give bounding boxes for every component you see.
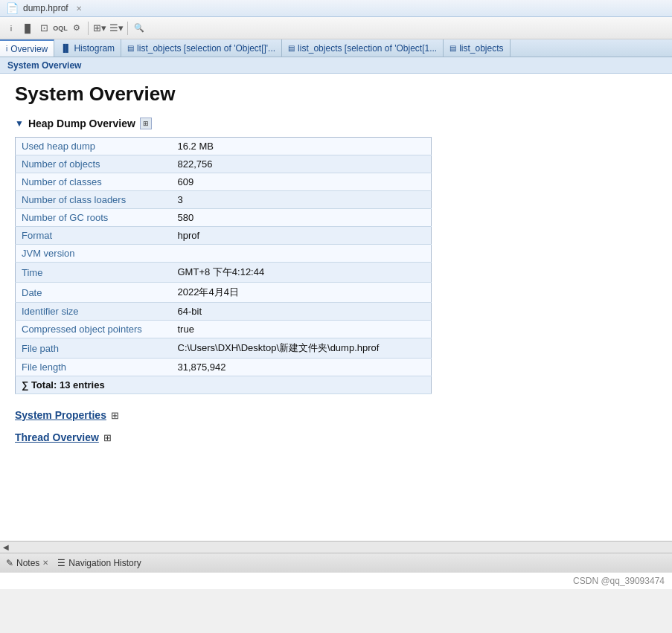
bottom-tab-notes[interactable]: ✎ Notes ✕ [6,558,48,568]
nav-history-tab-label: Navigation History [68,558,141,568]
table-cell-value: 2022年4月4日 [172,283,432,303]
tab-list3-icon: ▤ [449,44,456,52]
tab-list2-icon: ▤ [288,44,295,52]
total-label: ∑ Total: 13 entries [16,376,172,394]
tab-list3-label: list_objects [459,43,503,54]
table-cell-value: 609 [172,173,432,191]
nav-history-tab-icon: ☰ [57,558,65,568]
table-cell-key: Number of objects [16,155,172,173]
dominator-tree-icon[interactable]: ⊡ [37,22,51,35]
total-value [172,376,432,394]
table-cell-key: File length [16,359,172,376]
table-row: Number of objects822,756 [16,155,432,173]
table-cell-key: Time [16,263,172,283]
table-cell-key: File path [16,338,172,359]
thread-overview-link[interactable]: Thread Overview [15,431,99,443]
breadcrumb-link[interactable]: System Overview [7,60,81,71]
table-cell-value: 16.2 MB [172,138,432,155]
table-cell-key: Format [16,227,172,245]
table-cell-key: Number of classes [16,173,172,191]
thread-overview-section: Thread Overview ⊞ [15,431,657,443]
table-cell-key: Identifier size [16,303,172,321]
toolbar-separator-2 [127,22,128,35]
table-cell-value: 822,756 [172,155,432,173]
watermark-bar: CSDN @qq_39093474 [0,572,672,589]
notes-tab-icon: ✎ [6,558,13,568]
table-cell-value [172,245,432,263]
horizontal-scrollbar[interactable]: ◀ [0,541,672,553]
toolbar-separator-1 [88,22,89,35]
bottom-tab-nav-history[interactable]: ☰ Navigation History [57,558,141,568]
tab-histogram-label: Histogram [74,43,115,54]
tab-histogram-icon: ▐▌ [60,44,71,52]
notes-tab-close-icon[interactable]: ✕ [42,559,48,567]
table-cell-key: Used heap dump [16,138,172,155]
title-bar-close-icon[interactable]: ✕ [76,4,82,13]
heap-dump-section-icon[interactable]: ⊞ [140,118,152,129]
tab-histogram[interactable]: ▐▌ Histogram [54,39,121,57]
tab-list-objects-1[interactable]: ▤ list_objects [selection of 'Object[]'.… [121,39,282,57]
tab-list1-label: list_objects [selection of 'Object[]'... [137,43,275,54]
table-row: Number of GC roots580 [16,209,432,227]
collapse-arrow-icon[interactable]: ▼ [15,118,24,129]
heap-dump-section-title: Heap Dump Overview [28,118,135,129]
table-cell-value: true [172,321,432,338]
histogram-icon[interactable]: ▐▌ [21,22,34,35]
table-cell-key: Number of GC roots [16,209,172,227]
table-row: Number of class loaders3 [16,191,432,209]
table-row: Date2022年4月4日 [16,283,432,303]
notes-tab-label: Notes [16,558,39,568]
table-row: TimeGMT+8 下午4:12:44 [16,263,432,283]
tab-bar: i Overview ▐▌ Histogram ▤ list_objects [… [0,39,672,57]
table-cell-key: Date [16,283,172,303]
table-row: File length31,875,942 [16,359,432,376]
breadcrumb-bar: System Overview [0,57,672,74]
watermark-text: CSDN @qq_39093474 [573,576,665,586]
main-content-area: System Overview System Overview ▼ Heap D… [0,57,672,541]
bottom-bar: ✎ Notes ✕ ☰ Navigation History [0,553,672,572]
tab-list-objects-3[interactable]: ▤ list_objects [444,39,510,57]
tab-list1-icon: ▤ [127,44,134,52]
tab-overview-label: Overview [10,44,48,54]
table-cell-key: JVM version [16,245,172,263]
system-properties-icon[interactable]: ⊞ [111,410,119,421]
system-properties-link[interactable]: System Properties [15,409,106,421]
oql-icon[interactable]: OQL [54,22,67,35]
scroll-left-icon[interactable]: ◀ [3,543,9,551]
tab-list2-label: list_objects [selection of 'Object[1... [298,43,437,54]
table-cell-value: hprof [172,227,432,245]
thread-overview-icon[interactable]: ⊞ [103,432,112,443]
table-row: File pathC:\Users\DXH\Desktop\新建文件夹\dump… [16,338,432,359]
heap-dump-icon[interactable]: ⚙ [70,22,83,35]
tab-overview-icon: i [6,45,7,53]
table-row: Number of classes609 [16,173,432,191]
info-icon[interactable]: i [4,22,18,35]
page-title: System Overview [15,83,657,106]
table-cell-value: C:\Users\DXH\Desktop\新建文件夹\dump.hprof [172,338,432,359]
tab-list-objects-2[interactable]: ▤ list_objects [selection of 'Object[1..… [282,39,444,57]
table-row: Identifier size64-bit [16,303,432,321]
title-bar: 📄 dump.hprof ✕ [0,0,672,17]
report-icon[interactable]: ☰▾ [109,22,123,35]
table-row: Used heap dump16.2 MB [16,138,432,155]
table-row: Formathprof [16,227,432,245]
filename: dump.hprof [23,3,68,13]
table-row: Compressed object pointerstrue [16,321,432,338]
expand-icon[interactable]: ⊞▾ [93,22,106,35]
search-icon[interactable]: 🔍 [132,22,146,35]
table-cell-value: 580 [172,209,432,227]
table-cell-value: 64-bit [172,303,432,321]
tab-overview[interactable]: i Overview [0,39,54,57]
table-cell-value: 31,875,942 [172,359,432,376]
system-properties-section: System Properties ⊞ [15,409,657,421]
table-total-row: ∑ Total: 13 entries [16,376,432,394]
content-area: System Overview ▼ Heap Dump Overview ⊞ U… [0,74,672,463]
file-icon: 📄 [6,2,19,14]
heap-dump-table: Used heap dump16.2 MBNumber of objects82… [15,137,432,394]
toolbar: i ▐▌ ⊡ OQL ⚙ ⊞▾ ☰▾ 🔍 [0,17,672,39]
table-cell-key: Compressed object pointers [16,321,172,338]
table-cell-key: Number of class loaders [16,191,172,209]
table-row: JVM version [16,245,432,263]
table-cell-value: 3 [172,191,432,209]
table-cell-value: GMT+8 下午4:12:44 [172,263,432,283]
